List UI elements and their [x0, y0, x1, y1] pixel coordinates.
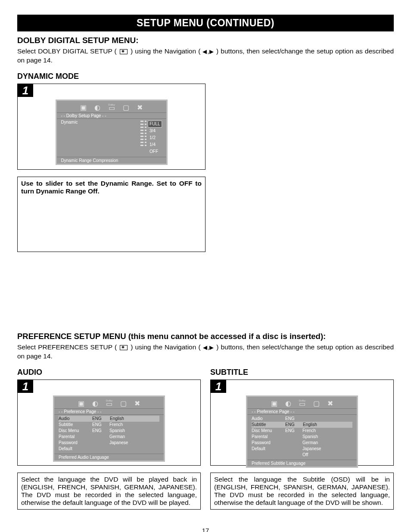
ladder-14: 1/4 — [148, 141, 162, 148]
audio-heading: AUDIO — [17, 368, 201, 377]
menu-label: Disc Menu — [252, 428, 285, 434]
menu-option: Japanese — [302, 446, 352, 452]
menu-label: Default — [252, 446, 285, 452]
audio-step-box: 1 ▣ ◐ Dolby ▭ ▢ ✖ - - Preference Page - … — [17, 380, 201, 466]
ladder-full: FULL — [148, 121, 162, 128]
menu-row: ParentalGerman — [59, 434, 159, 440]
menu-row: ParentalSpanish — [252, 434, 352, 440]
video-icon: ▢ — [123, 103, 129, 112]
nav-right-icon: ▶ — [209, 48, 215, 55]
dynamic-ladder: FULL 3/4 1/2 1/4 OFF — [140, 120, 162, 155]
general-icon: ▣ — [78, 399, 84, 408]
menu-value — [285, 440, 302, 446]
dynamic-heading: DYNAMIC MODE — [17, 72, 394, 81]
page-number: 17 — [17, 527, 394, 532]
menu-row: Off — [252, 452, 352, 458]
speaker-icon: ◐ — [94, 103, 100, 112]
dolby-heading: DOLBY DIGITAL SETUP MENU: — [17, 36, 394, 45]
subtitle-pref-screen: ▣ ◐ Dolby ▭ ▢ ✖ - - Preference Page - - … — [246, 395, 358, 468]
menu-value: ENG — [92, 416, 109, 422]
menu-row: PasswordJapanese — [59, 440, 159, 446]
menu-label: Audio — [252, 416, 285, 422]
menu-option: German — [302, 440, 352, 446]
screen-title: - - Preference Page - - — [247, 408, 357, 415]
menu-option: German — [109, 434, 159, 440]
menu-row: SubtitleENGFrench — [59, 422, 159, 428]
pref-heading: PREFERENCE SETUP MENU (this menu cannot … — [17, 332, 394, 341]
menu-row: AudioENG — [252, 416, 352, 422]
menu-option: Off — [302, 452, 352, 458]
menu-option — [302, 416, 352, 422]
menu-label: Disc Menu — [59, 428, 92, 434]
menu-value: ENG — [285, 428, 302, 434]
menu-row: Disc MenuENGSpanish — [59, 428, 159, 434]
text: ) using the Navigation ( — [131, 47, 200, 55]
menu-label: Password — [252, 440, 285, 446]
general-icon: ▣ — [271, 399, 277, 408]
menu-value — [92, 434, 109, 440]
page-banner: SETUP MENU (CONTINUED) — [17, 15, 394, 31]
menu-value: ENG — [285, 422, 302, 428]
subtitle-heading: SUBTITLE — [210, 368, 394, 377]
text: ) using the Navigation ( — [131, 343, 200, 351]
dolby-icon: ▭ — [299, 402, 305, 406]
speaker-icon: ◐ — [285, 399, 291, 408]
text: Select DOLBY DIGITAL SETUP ( — [17, 47, 117, 55]
pref-intro: Select PREFERENCES SETUP ( ) using the N… — [17, 343, 394, 361]
step-number: 1 — [211, 380, 226, 393]
menu-row: AudioENGEnglish — [59, 416, 159, 422]
screen-iconbar: ▣ ◐ Dolby ▭ ▢ ✖ — [57, 101, 166, 112]
dynamic-step-box: 1 ▣ ◐ Dolby ▭ ▢ ✖ - - Dolby Setup Page -… — [17, 84, 206, 170]
dolby-icon: ▭ — [106, 402, 112, 406]
nav-left-icon: ◀ — [202, 48, 207, 55]
menu-row: SubtitleENGEnglish — [252, 422, 352, 428]
menu-option: Japanese — [109, 440, 159, 446]
dolby-icon: ▭ — [109, 106, 115, 110]
subtitle-caption: Select the language the Subtitle (OSD) w… — [210, 473, 394, 510]
audio-caption: Select the language the DVD will be play… — [17, 473, 201, 510]
menu-value: ENG — [92, 422, 109, 428]
menu-option: French — [302, 428, 352, 434]
menu-row: DefaultJapanese — [252, 446, 352, 452]
menu-value: ENG — [92, 428, 109, 434]
menu-option: English — [109, 416, 159, 422]
video-icon: ▢ — [313, 399, 320, 408]
menu-label: Password — [59, 440, 92, 446]
speaker-icon: ◐ — [92, 399, 98, 408]
menu-label — [252, 452, 285, 458]
menu-label: Audio — [59, 416, 92, 422]
menu-value — [285, 446, 302, 452]
menu-value — [92, 440, 109, 446]
menu-option: Spanish — [302, 434, 352, 440]
screen-body: Dynamic FULL 3/4 1/2 — [57, 119, 166, 157]
menu-row: Disc MenuENGFrench — [252, 428, 352, 434]
text: Select PREFERENCES SETUP ( — [17, 343, 117, 351]
step-number: 1 — [18, 84, 33, 97]
screen-iconbar: ▣ ◐ Dolby ▭ ▢ ✖ — [247, 397, 357, 408]
menu-option: English — [302, 422, 352, 428]
step-number: 1 — [18, 380, 33, 393]
menu-label: Subtitle — [252, 422, 285, 428]
screen-body: AudioENGSubtitleENGEnglishDisc MenuENGFr… — [247, 415, 357, 460]
menu-label: Parental — [252, 434, 285, 440]
setup-icon — [120, 49, 128, 54]
screen-title: - - Preference Page - - — [54, 408, 164, 415]
menu-row: Default — [59, 446, 159, 452]
nav-left-icon: ◀ — [203, 344, 208, 351]
setup-icon — [120, 345, 128, 350]
menu-option: Spanish — [109, 428, 159, 434]
menu-value: ENG — [285, 416, 302, 422]
menu-value — [285, 452, 302, 458]
dolby-setup-screen: ▣ ◐ Dolby ▭ ▢ ✖ - - Dolby Setup Page - -… — [56, 100, 168, 165]
menu-item-dynamic: Dynamic — [61, 120, 78, 155]
nav-right-icon: ▶ — [209, 344, 215, 351]
menu-value — [285, 434, 302, 440]
menu-row: PasswordGerman — [252, 440, 352, 446]
menu-option: French — [109, 422, 159, 428]
screen-footer: Dynamic Range Compression — [57, 157, 166, 164]
general-icon: ▣ — [80, 103, 87, 112]
screen-title: - - Dolby Setup Page - - — [57, 112, 166, 119]
exit-icon: ✖ — [137, 103, 143, 112]
screen-footer: Preferred Subtitle Language — [247, 460, 357, 467]
dynamic-caption: Use to slider to set the Dynamic Range. … — [17, 177, 206, 252]
